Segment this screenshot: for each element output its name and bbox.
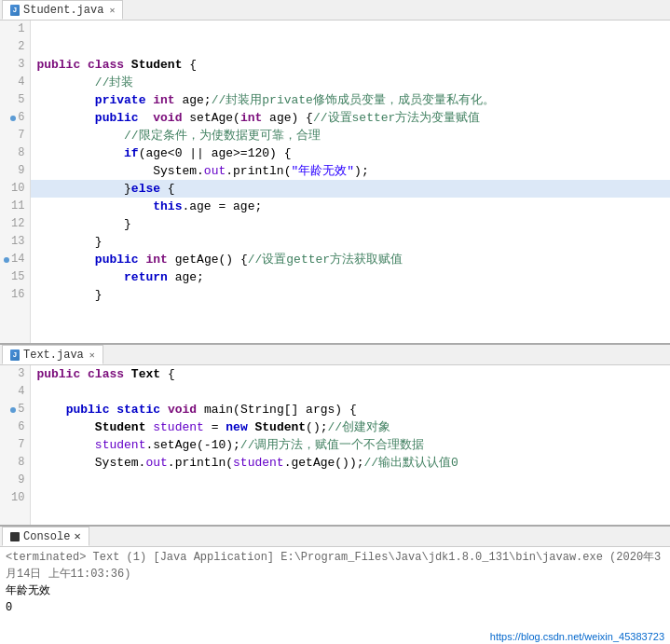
- student-line-numbers: 1 2 3 4 5 6 7 8 9 10 11 12 13 14 15 16: [0, 21, 31, 345]
- tln-5: 5: [4, 401, 26, 418]
- code-line-s7: //限定条件，为使数据更可靠，合理: [31, 127, 670, 144]
- kw-class: class: [88, 58, 124, 72]
- dot-2: [10, 45, 16, 50]
- java-file-icon: J: [10, 5, 20, 16]
- student-tab-bar: J Student.java ✕: [0, 0, 670, 21]
- code-line-t6: Student student = new Student();//创建对象: [31, 418, 670, 436]
- dot-1: [10, 27, 16, 33]
- tln-9: 9: [4, 472, 26, 489]
- code-line-t10: [31, 489, 670, 507]
- editor-container: J Student.java ✕ 1 2 3 4 5 6 7 8 9 10 11…: [0, 0, 670, 644]
- comment-s4: //封装: [95, 75, 134, 89]
- console-output-area: <terminated> Text (1) [Java Application]…: [0, 547, 670, 629]
- text-code-content: public class Text { public static void m…: [31, 365, 670, 527]
- code-line-t7: student.setAge(-10);//调用方法，赋值一个不合理数据: [31, 436, 670, 454]
- text-tab[interactable]: J Text.java ✕: [2, 345, 103, 364]
- dot-4: [10, 80, 16, 86]
- dot-10: [4, 186, 9, 192]
- ln-10: 10: [4, 180, 26, 198]
- ln-4: 4: [4, 74, 26, 91]
- console-terminated-line: <terminated> Text (1) [Java Application]…: [6, 549, 664, 582]
- ln-16: 16: [4, 286, 26, 304]
- console-output-2: 0: [6, 599, 664, 616]
- dot-11: [4, 204, 9, 210]
- tln-6: 6: [4, 418, 26, 436]
- console-output-1: 年龄无效: [6, 582, 664, 599]
- console-tab-bar: Console ✕: [0, 527, 670, 547]
- code-line-t5: public static void main(String[] args) {: [31, 401, 670, 418]
- dot-8: [10, 151, 16, 157]
- student-code-area: 1 2 3 4 5 6 7 8 9 10 11 12 13 14 15 16: [0, 21, 670, 345]
- code-line-s12: }: [31, 215, 670, 233]
- ln-14: 14: [4, 251, 26, 268]
- ln-7: 7: [4, 127, 26, 144]
- ln-3: 3: [4, 56, 26, 74]
- code-line-s5: private int age;//封装用private修饰成员变量，成员变量私…: [31, 91, 670, 109]
- code-line-s3: public class Student {: [31, 56, 670, 74]
- console-tab-label: Console: [23, 530, 70, 543]
- tdot-8: [10, 460, 16, 466]
- watermark: https://blog.csdn.net/weixin_45383723: [490, 631, 664, 642]
- ln-13: 13: [4, 233, 26, 251]
- tdot-9: [10, 478, 16, 484]
- tdot-5: [10, 407, 16, 413]
- text-close-button[interactable]: ✕: [89, 349, 95, 361]
- console-bottom: https://blog.csdn.net/weixin_45383723: [0, 629, 670, 644]
- text-code-area: 3 4 5 6 7 8 9 10 public class Text { pub…: [0, 365, 670, 527]
- dot-16: [4, 293, 9, 298]
- text-java-file-icon: J: [10, 349, 20, 361]
- text-pane: J Text.java ✕ 3 4 5 6 7 8 9 10 public cl…: [0, 345, 670, 527]
- code-line-t8: System.out.println(student.getAge());//输…: [31, 454, 670, 472]
- tdot-6: [10, 425, 16, 431]
- tln-8: 8: [4, 454, 26, 472]
- code-line-s8: if(age<0 || age>=120) {: [31, 144, 670, 162]
- console-tab[interactable]: Console ✕: [2, 527, 89, 546]
- code-line-t9: [31, 472, 670, 489]
- dot-5: [10, 98, 16, 103]
- dot-9: [10, 169, 16, 174]
- ln-1: 1: [4, 21, 26, 38]
- dot-15: [4, 275, 9, 281]
- code-line-t3: public class Text {: [31, 365, 670, 383]
- student-code-content: public class Student { //封装 private int …: [31, 21, 670, 345]
- code-line-s10: }else {: [31, 180, 670, 198]
- tln-4: 4: [4, 383, 26, 401]
- text-tab-label: Text.java: [23, 349, 84, 362]
- dot-14: [4, 257, 9, 263]
- code-line-s15: return age;: [31, 268, 670, 286]
- ln-11: 11: [4, 198, 26, 215]
- ln-15: 15: [4, 268, 26, 286]
- student-tab-label: Student.java: [23, 4, 103, 17]
- code-line-s1: [31, 21, 670, 38]
- tdot-4: [10, 390, 16, 395]
- ln-12: 12: [4, 215, 26, 233]
- console-close-button[interactable]: ✕: [74, 529, 80, 543]
- tdot-10: [4, 496, 9, 501]
- dot-12: [4, 222, 9, 227]
- code-line-s2: [31, 38, 670, 56]
- code-line-s9: System.out.println("年龄无效");: [31, 162, 670, 180]
- code-line-s6: public void setAge(int age) {//设置setter方…: [31, 109, 670, 127]
- dot-6: [10, 116, 16, 121]
- text-line-numbers: 3 4 5 6 7 8 9 10: [0, 365, 31, 527]
- student-close-button[interactable]: ✕: [109, 5, 115, 16]
- tln-3: 3: [4, 365, 26, 383]
- code-line-s16: }: [31, 286, 670, 304]
- ln-8: 8: [4, 144, 26, 162]
- dot-3: [10, 62, 16, 68]
- student-tab[interactable]: J Student.java ✕: [2, 0, 123, 20]
- code-line-s4: //封装: [31, 74, 670, 91]
- text-tab-bar: J Text.java ✕: [0, 345, 670, 365]
- code-line-t4: [31, 383, 670, 401]
- dot-13: [4, 240, 9, 245]
- tdot-7: [10, 443, 16, 448]
- tln-10: 10: [4, 489, 26, 507]
- kw-public: public: [36, 58, 80, 72]
- code-line-s13: }: [31, 233, 670, 251]
- ln-2: 2: [4, 38, 26, 56]
- code-line-s14: public int getAge() {//设置getter方法获取赋值: [31, 251, 670, 268]
- dot-7: [10, 133, 16, 139]
- tdot-3: [10, 372, 16, 377]
- console-pane: Console ✕ <terminated> Text (1) [Java Ap…: [0, 527, 670, 644]
- ln-9: 9: [4, 162, 26, 180]
